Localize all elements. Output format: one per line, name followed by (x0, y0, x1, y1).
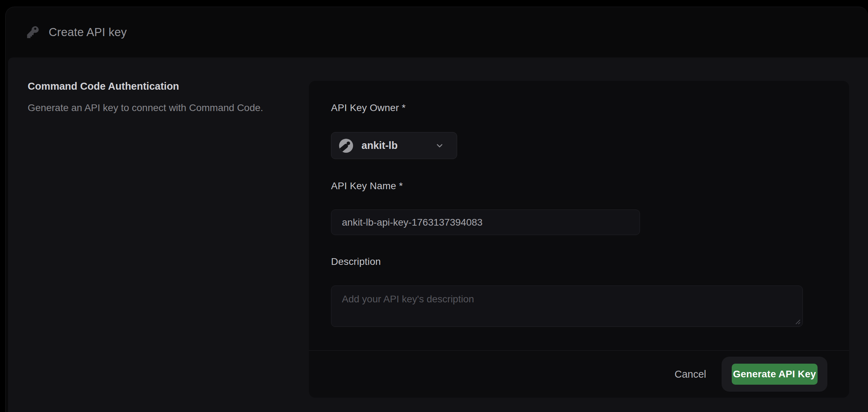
generate-button-wrapper: Generate API Key (722, 357, 827, 392)
description-label: Description (331, 256, 381, 267)
page-title: Create API key (49, 26, 127, 39)
form-footer: Cancel Generate API Key (309, 350, 849, 398)
description-field-wrap (331, 286, 803, 327)
api-key-name-input[interactable] (331, 210, 640, 235)
chevron-down-icon (435, 141, 444, 150)
api-key-name-label: API Key Name * (331, 180, 403, 192)
section-heading: Command Code Authentication (28, 81, 179, 92)
resize-handle-icon[interactable] (793, 317, 801, 325)
create-api-key-window: Create API key Command Code Authenticati… (5, 7, 868, 412)
key-icon (26, 25, 40, 40)
generate-api-key-button[interactable]: Generate API Key (732, 364, 818, 385)
content-area: Command Code Authentication Generate an … (8, 57, 868, 412)
section-subtitle: Generate an API key to connect with Comm… (28, 102, 263, 114)
cancel-button[interactable]: Cancel (675, 369, 706, 380)
description-textarea[interactable] (331, 286, 803, 327)
api-key-form-card: API Key Owner * ankit-lb API Key Name * (309, 81, 849, 398)
api-key-owner-dropdown[interactable]: ankit-lb (331, 132, 457, 159)
window-header: Create API key (6, 7, 868, 57)
avatar-icon (339, 139, 353, 153)
api-key-owner-value: ankit-lb (361, 140, 398, 151)
api-key-owner-label: API Key Owner * (331, 102, 406, 114)
